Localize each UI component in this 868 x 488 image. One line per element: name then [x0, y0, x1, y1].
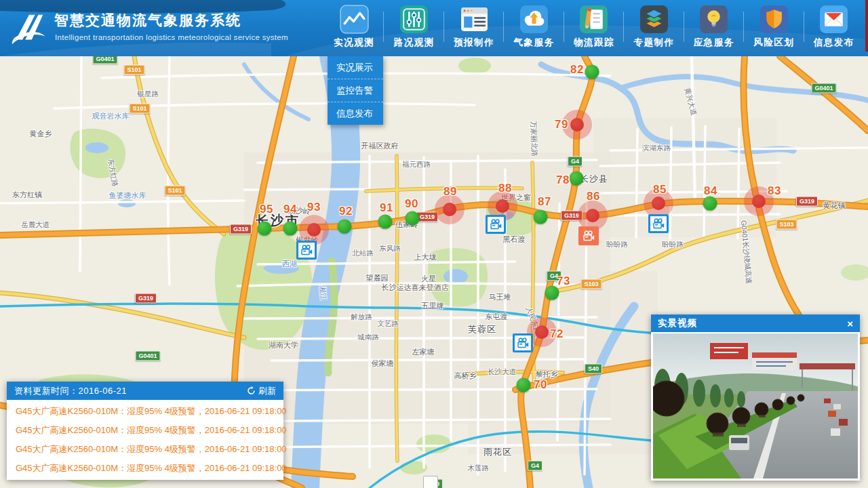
camera-icon[interactable] [486, 215, 506, 234]
nav-label: 风险区划 [753, 37, 794, 49]
nav-label: 物流跟踪 [574, 37, 614, 49]
nav-item-weather-service[interactable]: 气象服务 [504, 0, 564, 56]
nav-item-forecast-making[interactable]: 预报制作 [444, 0, 504, 56]
camera-icon[interactable] [296, 241, 317, 260]
camera-icon[interactable] [578, 226, 599, 245]
refresh-button[interactable]: 刷新 [247, 385, 276, 397]
nav-label: 信息发布 [814, 37, 854, 49]
alert-row[interactable]: G45大广高速K2560-010M：湿度95% 4级预警，2016-06-21 … [7, 421, 283, 440]
station-marker-85[interactable] [652, 197, 665, 210]
refresh-icon [247, 386, 256, 395]
nav-item-info-release[interactable]: 信息发布 [804, 0, 864, 56]
station-marker-87[interactable] [534, 210, 548, 224]
alert-row[interactable]: G45大广高速K2560-010M：湿度95% 4级预警，2016-06-21 … [7, 440, 283, 459]
nav-item-emergency-service[interactable]: 应急服务 [684, 0, 744, 56]
station-marker-78[interactable] [570, 171, 584, 186]
emergency-service-icon [698, 4, 729, 35]
camera-icon[interactable] [513, 333, 533, 352]
nav-item-live-observation[interactable]: 实况观测 [324, 0, 384, 56]
station-marker-92[interactable] [338, 220, 352, 234]
submenu-item-monitor-alarm[interactable]: 监控告警 [328, 79, 383, 102]
nav-label: 实况观测 [334, 37, 374, 49]
alert-row[interactable]: G45大广高速K2560-010M：湿度95% 4级预警，2016-06-21 … [7, 459, 283, 478]
alert-panel-header: 资料更新时间：2016-06-21 刷新 [7, 382, 283, 400]
station-marker-79[interactable] [570, 118, 584, 131]
alert-list: G45大广高速K2560-010M：湿度95% 4级预警，2016-06-21 … [7, 400, 283, 478]
station-marker-73[interactable] [545, 286, 559, 300]
station-marker-84[interactable] [703, 197, 717, 211]
risk-zoning-icon [759, 4, 789, 35]
nav-label: 专题制作 [633, 37, 674, 49]
live-observation-submenu: 实况展示 监控告警 信息发布 [328, 56, 383, 125]
station-marker-70[interactable] [517, 378, 531, 392]
alert-panel: 资料更新时间：2016-06-21 刷新 G45大广高速K2560-010M：湿… [7, 382, 283, 480]
nav-label: 应急服务 [694, 37, 734, 49]
road-video-still [653, 333, 858, 479]
live-video-panel: 实景视频 × [651, 314, 860, 481]
station-marker-86[interactable] [586, 209, 599, 222]
video-panel-header: 实景视频 × [651, 314, 860, 332]
nav-item-road-condition[interactable]: 路况观测 [384, 0, 443, 56]
camera-icon[interactable] [648, 214, 669, 233]
info-release-icon [818, 4, 849, 35]
nav-item-thematic-production[interactable]: 专题制作 [624, 0, 684, 56]
header-edge-accent [865, 0, 868, 52]
refresh-label: 刷新 [258, 385, 276, 397]
nav-label: 气象服务 [514, 37, 555, 49]
station-marker-94[interactable] [283, 222, 298, 236]
submenu-item-live-display[interactable]: 实况展示 [328, 56, 383, 79]
app-header: 智慧交通物流气象服务系统 Intelligent transportation … [0, 0, 868, 56]
nav-label: 预报制作 [454, 37, 494, 49]
nav-item-logistics-tracking[interactable]: 物流跟踪 [564, 0, 624, 56]
video-panel-title: 实景视频 [658, 317, 847, 329]
station-marker-82[interactable] [585, 65, 599, 79]
main-nav: 实况观测 路况观测 [324, 0, 864, 56]
weather-service-icon [519, 4, 549, 35]
app-logo-icon [7, 5, 49, 50]
station-marker-95[interactable] [258, 222, 272, 236]
road-condition-icon [399, 4, 429, 35]
data-update-time: 资料更新时间：2016-06-21 [14, 385, 247, 397]
station-marker-90[interactable] [406, 211, 420, 226]
station-marker-72[interactable] [535, 325, 549, 339]
station-marker-91[interactable] [378, 215, 393, 229]
logistics-tracking-icon [578, 4, 609, 35]
nav-label: 路况观测 [394, 37, 435, 49]
forecast-making-icon [459, 4, 490, 35]
station-marker-83[interactable] [752, 195, 766, 208]
station-marker-93[interactable] [307, 223, 321, 237]
alert-row[interactable]: G45大广高速K2560-010M：湿度95% 4级预警，2016-06-21 … [7, 402, 283, 421]
app-title: 智慧交通物流气象服务系统 [54, 11, 241, 30]
station-marker-89[interactable] [443, 203, 456, 216]
nav-item-risk-zoning[interactable]: 风险区划 [744, 0, 804, 56]
submenu-item-info-release[interactable]: 信息发布 [328, 102, 383, 125]
close-icon[interactable]: × [847, 319, 853, 329]
station-marker-88[interactable] [496, 199, 509, 213]
live-observation-icon [339, 4, 370, 35]
video-frame [653, 333, 858, 479]
map-control[interactable] [423, 476, 438, 488]
app-subtitle: Intelligent transportation logistics met… [55, 33, 288, 41]
thematic-production-icon [639, 4, 669, 35]
